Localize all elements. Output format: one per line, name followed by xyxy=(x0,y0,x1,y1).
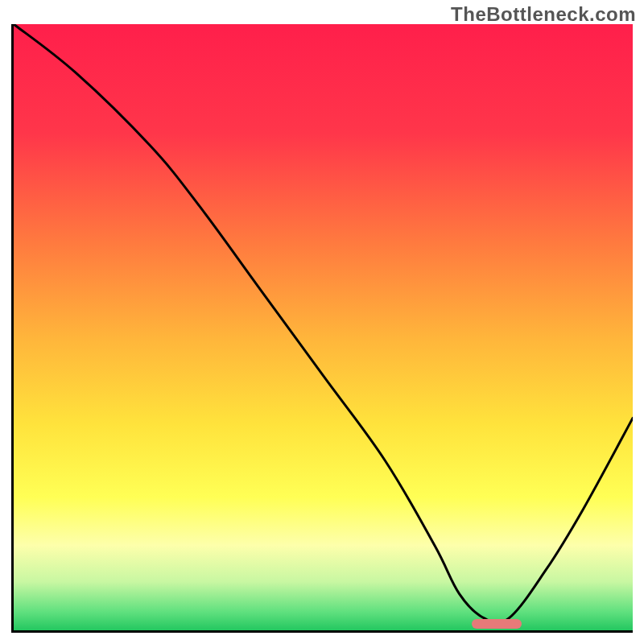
watermark-text: TheBottleneck.com xyxy=(451,3,636,26)
optimal-range-marker xyxy=(472,619,522,629)
chart-frame: TheBottleneck.com xyxy=(0,0,644,644)
bottleneck-curve xyxy=(14,24,633,623)
curve-layer xyxy=(14,24,633,630)
plot-area xyxy=(11,24,633,633)
